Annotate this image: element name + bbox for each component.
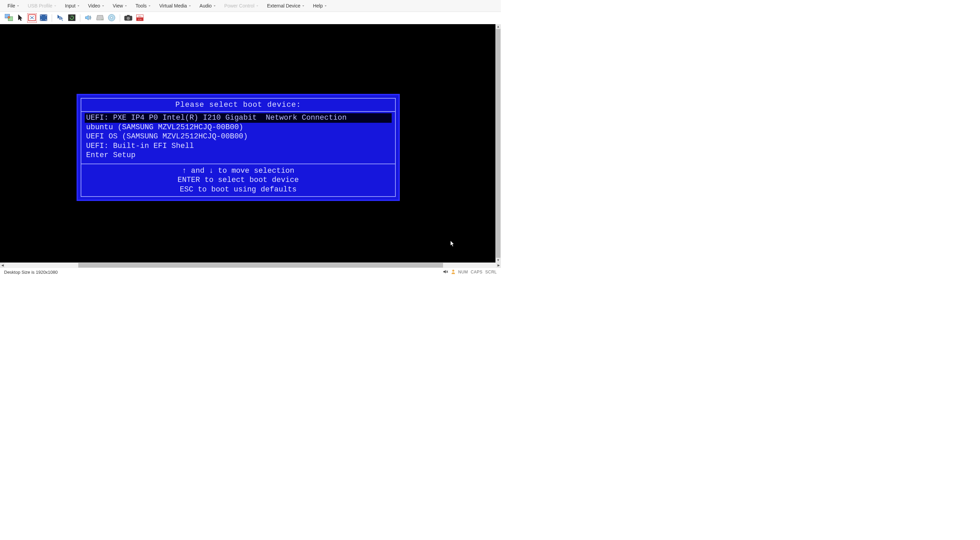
chevron-down-icon: ▼	[102, 5, 105, 7]
toolbar-separator	[52, 14, 52, 22]
chevron-down-icon: ▼	[124, 5, 127, 7]
chevron-down-icon: ▼	[302, 5, 305, 7]
horizontal-scrollbar[interactable]: ◀ ▶	[0, 262, 501, 268]
menu-tools[interactable]: Tools ▼	[131, 2, 155, 10]
menu-power-control: Power Control ▼	[220, 2, 263, 10]
toolbar-mouse-sync-button[interactable]	[56, 13, 65, 23]
vertical-scrollbar[interactable]: ▲ ▼	[495, 24, 501, 262]
boot-option-2[interactable]: UEFI OS (SAMSUNG MZVL2512HCJQ-00B00)	[85, 132, 392, 141]
menu-audio[interactable]: Audio ▼	[195, 2, 220, 10]
status-desktop-size: Desktop Size is 1920x1080	[4, 270, 440, 275]
status-bar: Desktop Size is 1920x1080 NUM CAPS SCRL	[0, 268, 501, 276]
horizontal-scroll-thumb[interactable]	[78, 263, 443, 268]
menu-view-label: View	[113, 3, 123, 8]
boot-help-line3: ESC to boot using defaults	[81, 185, 395, 194]
menu-virtual-media-label: Virtual Media	[159, 3, 187, 8]
menu-usb-profile: USB Profile ▼	[24, 2, 60, 10]
refresh-video-icon	[68, 14, 76, 22]
menu-audio-label: Audio	[199, 3, 212, 8]
chevron-down-icon: ▼	[148, 5, 151, 7]
chevron-down-icon: ▼	[324, 5, 327, 7]
chevron-down-icon: ▼	[54, 5, 57, 7]
toolbar-cd-button[interactable]	[107, 13, 116, 23]
toolbar-ctrl-alt-del-button[interactable]: DEL C A	[135, 13, 145, 23]
mute-icon	[443, 270, 449, 275]
cursor-icon	[17, 14, 24, 22]
svg-rect-10	[127, 15, 130, 16]
boot-option-3[interactable]: UEFI: Built-in EFI Shell	[85, 141, 392, 151]
fullscreen-icon	[40, 14, 47, 22]
user-icon	[451, 269, 455, 275]
menu-power-control-label: Power Control	[224, 3, 255, 8]
scroll-right-icon[interactable]: ▶	[496, 262, 501, 268]
boot-option-0[interactable]: UEFI: PXE IP4 P0 Intel(R) I210 Gigabit N…	[85, 113, 392, 123]
audio-icon	[85, 14, 92, 22]
mouse-sync-icon	[56, 14, 64, 22]
toolbar-audio-button[interactable]	[84, 13, 93, 23]
status-right: NUM CAPS SCRL	[443, 269, 497, 275]
ctrl-alt-del-icon: DEL C A	[136, 14, 143, 22]
menu-input-label: Input	[65, 3, 76, 8]
toolbar-connect-button[interactable]	[4, 13, 14, 23]
scroll-down-icon[interactable]: ▼	[495, 258, 501, 262]
svg-rect-5	[68, 14, 75, 21]
chevron-down-icon: ▼	[17, 5, 20, 7]
chevron-down-icon: ▼	[77, 5, 80, 7]
num-lock-indicator: NUM	[458, 270, 468, 275]
fit-screen-icon	[28, 14, 36, 22]
boot-option-1[interactable]: ubuntu (SAMSUNG MZVL2512HCJQ-00B00)	[85, 123, 392, 132]
scroll-up-icon[interactable]: ▲	[495, 24, 501, 29]
main-menu-bar: File ▼ USB Profile ▼ Input ▼ Video ▼ Vie…	[0, 0, 501, 12]
boot-option-4[interactable]: Enter Setup	[85, 151, 392, 160]
content-wrap: Please select boot device: UEFI: PXE IP4…	[0, 24, 501, 268]
boot-menu: Please select boot device: UEFI: PXE IP4…	[76, 94, 400, 201]
menu-help[interactable]: Help ▼	[309, 2, 331, 10]
toolbar-separator	[120, 14, 120, 22]
connect-icon	[5, 14, 13, 22]
toolbar-screenshot-button[interactable]	[124, 13, 133, 23]
svg-text:DEL: DEL	[138, 15, 142, 17]
hdd-icon	[96, 14, 104, 22]
boot-inner: Please select boot device: UEFI: PXE IP4…	[81, 98, 396, 197]
boot-help: ↑ and ↓ to move selection ENTER to selec…	[81, 164, 395, 194]
screenshot-icon	[124, 14, 132, 22]
cd-dvd-icon	[108, 14, 115, 22]
menu-external-device-label: External Device	[267, 3, 301, 8]
vertical-scroll-thumb[interactable]	[496, 29, 501, 258]
toolbar-cursor-button[interactable]	[16, 13, 25, 23]
menu-usb-profile-label: USB Profile	[27, 3, 52, 8]
menu-file[interactable]: File ▼	[3, 2, 24, 10]
svg-point-2	[8, 16, 10, 18]
chevron-down-icon: ▼	[188, 5, 191, 7]
caps-lock-indicator: CAPS	[471, 270, 482, 275]
scroll-lock-indicator: SCRL	[485, 270, 497, 275]
menu-input[interactable]: Input ▼	[61, 2, 84, 10]
boot-help-line2: ENTER to select boot device	[81, 175, 395, 185]
boot-title: Please select boot device:	[81, 101, 395, 112]
svg-point-6	[102, 19, 102, 20]
svg-point-11	[127, 17, 130, 20]
toolbar-fit-button[interactable]	[27, 13, 37, 23]
scroll-left-icon[interactable]: ◀	[0, 262, 5, 268]
remote-cursor-icon	[450, 240, 455, 249]
chevron-down-icon: ▼	[256, 5, 259, 7]
menu-view[interactable]: View ▼	[108, 2, 131, 10]
menu-external-device[interactable]: External Device ▼	[263, 2, 309, 10]
svg-text:C A: C A	[138, 18, 142, 21]
menu-video[interactable]: Video ▼	[84, 2, 108, 10]
remote-console[interactable]: Please select boot device: UEFI: PXE IP4…	[0, 24, 501, 262]
boot-options-list: UEFI: PXE IP4 P0 Intel(R) I210 Gigabit N…	[81, 112, 395, 160]
menu-file-label: File	[8, 3, 15, 8]
toolbar-refresh-button[interactable]	[67, 13, 76, 23]
boot-help-line1: ↑ and ↓ to move selection	[81, 166, 395, 176]
toolbar-hdd-button[interactable]	[95, 13, 105, 23]
menu-tools-label: Tools	[135, 3, 147, 8]
svg-point-16	[452, 270, 454, 272]
menu-virtual-media[interactable]: Virtual Media ▼	[155, 2, 195, 10]
toolbar-fullscreen-button[interactable]	[39, 13, 48, 23]
menu-video-label: Video	[88, 3, 100, 8]
toolbar: DEL C A	[0, 12, 501, 24]
menu-help-label: Help	[313, 3, 323, 8]
chevron-down-icon: ▼	[213, 5, 216, 7]
toolbar-separator	[80, 14, 80, 22]
